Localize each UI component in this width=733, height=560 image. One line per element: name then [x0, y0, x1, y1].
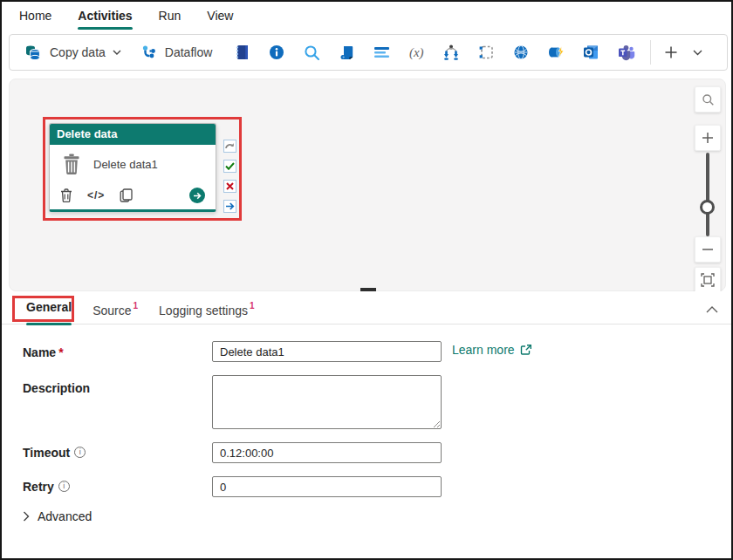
copy-data-icon — [24, 44, 43, 61]
menu-run[interactable]: Run — [159, 2, 182, 31]
outlook-icon — [582, 44, 599, 61]
foreach-icon — [477, 44, 495, 61]
required-marker: * — [58, 345, 63, 359]
switch-button[interactable] — [434, 38, 469, 67]
external-link-icon — [520, 344, 532, 356]
zoom-slider-track[interactable] — [706, 153, 709, 236]
dataflow-icon — [140, 44, 158, 61]
menu-activities[interactable]: Activities — [78, 2, 132, 31]
fit-to-screen-button[interactable] — [695, 267, 721, 293]
copy-icon — [120, 188, 133, 202]
azure-function-button[interactable] — [538, 38, 573, 67]
plus-icon — [664, 45, 678, 59]
canvas-search-button[interactable] — [695, 86, 721, 113]
settings-tabs: General Source1 Logging settings1 — [2, 291, 731, 324]
learn-more-link[interactable]: Learn more — [452, 343, 532, 357]
more-activities-button[interactable] — [684, 38, 710, 67]
outlook-button[interactable] — [573, 38, 608, 67]
tab-logging-settings[interactable]: Logging settings1 — [159, 291, 255, 324]
advanced-expander[interactable]: Advanced — [23, 509, 92, 523]
description-textarea[interactable] — [212, 375, 442, 429]
port-on-completion[interactable] — [223, 200, 236, 213]
info-button[interactable] — [259, 38, 294, 67]
activities-toolbar: Copy data Dataflow — [9, 34, 728, 71]
menu-home[interactable]: Home — [19, 2, 51, 31]
description-label: Description — [23, 381, 90, 395]
delete-activity-icon — [63, 154, 80, 174]
info-icon: i — [74, 447, 86, 458]
check-icon — [225, 162, 235, 170]
chevron-down-icon — [113, 50, 121, 55]
chevron-down-icon — [693, 50, 702, 56]
notebook-icon — [233, 44, 250, 61]
minus-icon — [702, 243, 714, 256]
zoom-out-button[interactable] — [695, 236, 721, 263]
port-on-success[interactable] — [223, 160, 236, 173]
info-icon: i — [58, 481, 70, 492]
search-activity-button[interactable] — [294, 38, 329, 67]
learn-more-label: Learn more — [452, 343, 515, 357]
code-icon: </> — [87, 189, 105, 201]
azure-function-icon — [546, 44, 565, 61]
canvas-zoom-controls — [695, 86, 721, 294]
pipeline-canvas[interactable]: Delete data Delete data1 — [9, 79, 726, 291]
pipeline-editor-window: Home Activities Run View Copy data Dataf… — [0, 0, 733, 560]
dataflow-label: Dataflow — [165, 45, 212, 59]
fit-to-screen-icon — [701, 273, 715, 287]
skip-arrow-icon — [225, 142, 235, 150]
copy-data-label: Copy data — [50, 45, 106, 59]
lookup-button[interactable] — [364, 38, 399, 67]
view-code-button[interactable]: </> — [87, 189, 105, 201]
web-button[interactable] — [504, 38, 538, 67]
menubar: Home Activities Run View — [2, 2, 731, 31]
copy-data-button[interactable]: Copy data — [18, 40, 127, 65]
script-button[interactable] — [329, 38, 364, 67]
zoom-in-button[interactable] — [695, 125, 721, 151]
notebook-button[interactable] — [224, 38, 259, 67]
tab-general[interactable]: General — [26, 291, 72, 324]
info-icon — [268, 44, 285, 61]
menu-view[interactable]: View — [207, 2, 233, 31]
add-activity-button[interactable] — [658, 38, 684, 67]
tab-source-label: Source — [92, 303, 131, 317]
name-input[interactable] — [212, 341, 442, 362]
search-icon — [702, 93, 715, 106]
name-label: Name* — [23, 345, 64, 359]
chevron-right-icon — [23, 511, 30, 522]
chevron-up-icon — [706, 306, 718, 313]
activity-node-actions: </> — [50, 183, 216, 208]
tab-source-badge: 1 — [134, 301, 139, 311]
activity-node-body: Delete data1 — [50, 145, 216, 183]
panel-resize-grip[interactable] — [360, 288, 376, 291]
dataflow-button[interactable]: Dataflow — [135, 40, 217, 65]
activity-name-text: Delete data1 — [93, 158, 158, 171]
tab-logging-label: Logging settings — [159, 303, 248, 317]
go-to-settings-button[interactable] — [189, 188, 205, 203]
foreach-button[interactable] — [469, 38, 504, 67]
delete-data-activity-node[interactable]: Delete data Delete data1 — [49, 123, 216, 212]
plus-icon — [702, 132, 714, 144]
tab-logging-badge: 1 — [250, 301, 255, 311]
retry-input[interactable] — [212, 476, 442, 497]
set-variable-icon: (x) — [409, 45, 424, 60]
timeout-input[interactable] — [212, 442, 442, 463]
port-skip[interactable] — [223, 140, 236, 153]
zoom-slider-handle[interactable] — [700, 200, 715, 215]
settings-panel: General Source1 Logging settings1 Name* … — [2, 291, 731, 558]
tab-source[interactable]: Source1 — [92, 291, 138, 324]
arrow-right-icon — [225, 202, 235, 210]
activity-node-title: Delete data — [50, 124, 216, 145]
set-variable-button[interactable]: (x) — [399, 38, 434, 67]
x-icon — [226, 182, 234, 190]
advanced-label: Advanced — [38, 509, 92, 523]
search-icon — [303, 44, 321, 62]
delete-activity-button[interactable] — [60, 188, 72, 202]
collapse-panel-button[interactable] — [704, 301, 720, 318]
globe-icon — [512, 44, 530, 61]
teams-button[interactable] — [608, 38, 643, 67]
clone-activity-button[interactable] — [120, 188, 133, 202]
timeout-label: Timeouti — [23, 446, 86, 461]
toolbar-divider — [650, 40, 651, 65]
port-on-fail[interactable] — [223, 180, 236, 193]
script-icon — [338, 44, 355, 61]
